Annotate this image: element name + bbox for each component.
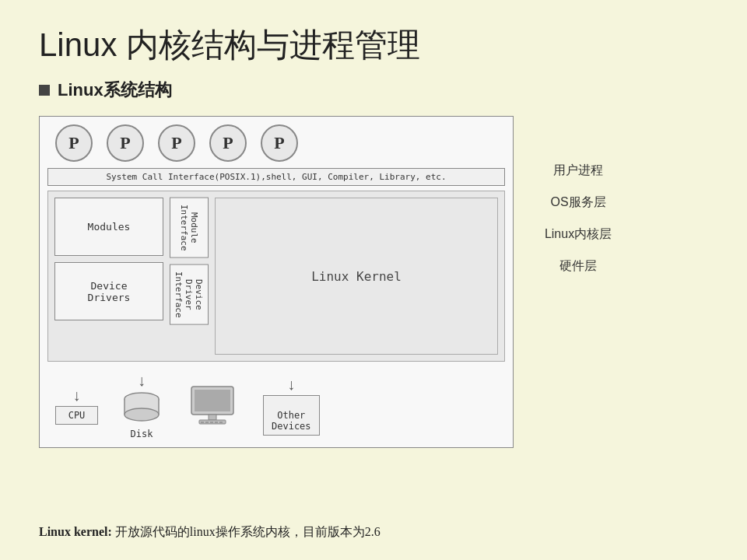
other-box: Other Devices xyxy=(263,395,320,436)
other-arrow: ↓ xyxy=(287,376,295,392)
cpu-item: ↓ CPU xyxy=(55,387,98,425)
monitor-icon xyxy=(185,385,240,428)
disk-icon xyxy=(121,391,162,425)
process-p1: P xyxy=(55,124,93,162)
svg-rect-9 xyxy=(201,422,204,423)
disk-label: Disk xyxy=(131,429,153,439)
svg-rect-7 xyxy=(209,415,216,420)
bullet-icon xyxy=(39,85,50,96)
bottom-note: Linux kernel: 开放源代码的linux操作系统内核，目前版本为2.6 xyxy=(39,524,708,541)
subtitle-row: Linux系统结构 xyxy=(39,79,708,102)
user-layer-label: 用户进程 xyxy=(528,155,629,187)
svg-rect-12 xyxy=(215,422,218,423)
modules-box: Modules xyxy=(54,198,163,256)
bottom-note-text: 开放源代码的linux操作系统内核，目前版本为2.6 xyxy=(115,525,381,538)
disk-item: ↓ Disk xyxy=(121,373,162,439)
device-driver-interface-box: Device Driver Interface xyxy=(170,264,209,325)
os-layer-label: OS服务层 xyxy=(528,187,629,219)
slide: Linux 内核结构与进程管理 Linux系统结构 P P P P P Syst… xyxy=(0,0,747,560)
diagram-container: P P P P P System Call Interface(POSIX.1)… xyxy=(39,116,708,448)
disk-arrow: ↓ xyxy=(138,373,146,388)
device-drivers-box: Device Drivers xyxy=(54,262,163,320)
svg-rect-13 xyxy=(219,422,223,423)
kernel-area: Modules Device Drivers Module Interface … xyxy=(47,191,505,362)
cpu-box: CPU xyxy=(55,406,98,425)
process-p3: P xyxy=(158,124,195,162)
process-p4: P xyxy=(209,124,247,162)
svg-rect-6 xyxy=(195,390,230,411)
hardware-row: ↓ CPU ↓ Disk xyxy=(47,373,505,439)
labels-column: 用户进程 OS服务层 Linux内核层 硬件层 xyxy=(528,116,629,282)
diagram-box: P P P P P System Call Interface(POSIX.1)… xyxy=(39,116,514,448)
subtitle-label: Linux系统结构 xyxy=(58,79,172,102)
svg-rect-11 xyxy=(210,422,213,423)
other-devices-item: ↓ Other Devices xyxy=(263,376,320,436)
process-p5: P xyxy=(261,124,298,162)
syscall-bar: System Call Interface(POSIX.1),shell, GU… xyxy=(47,168,505,186)
svg-rect-10 xyxy=(205,422,209,423)
left-column: Modules Device Drivers xyxy=(54,198,163,355)
hardware-layer-label: 硬件层 xyxy=(528,250,629,282)
process-row: P P P P P xyxy=(47,124,505,162)
module-interface-box: Module Interface xyxy=(170,198,209,258)
linux-kernel-box: Linux Kernel xyxy=(215,198,498,355)
kernel-layer-label: Linux内核层 xyxy=(528,219,629,250)
cpu-arrow: ↓ xyxy=(73,387,81,403)
process-p2: P xyxy=(107,124,144,162)
interface-column: Module Interface Device Driver Interface xyxy=(170,198,209,355)
svg-point-2 xyxy=(124,408,159,421)
bottom-note-prefix: Linux kernel: xyxy=(39,525,115,538)
monitor-item xyxy=(185,385,240,428)
page-title: Linux 内核结构与进程管理 xyxy=(39,23,708,67)
